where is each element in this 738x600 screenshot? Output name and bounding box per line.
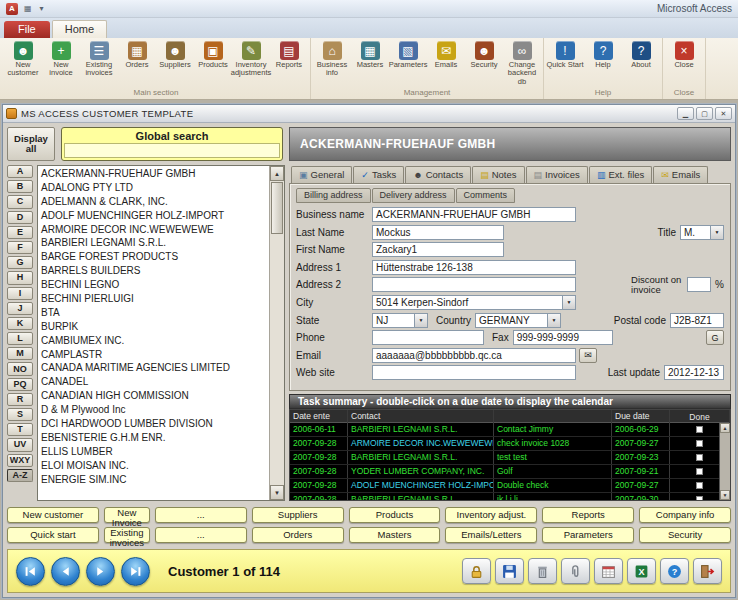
col-contact[interactable]: Contact (348, 410, 494, 423)
col-due-date[interactable]: Due date (612, 410, 670, 423)
ribbon-button[interactable]: ▦ Masters (351, 40, 389, 69)
save-icon[interactable] (495, 558, 524, 584)
customer-list-item[interactable]: CANADEL (38, 375, 269, 389)
customer-list-item[interactable]: D & M Plywood Inc (38, 403, 269, 417)
export-excel-icon[interactable]: X (627, 558, 656, 584)
customer-list-item[interactable]: ENERGIE SIM.INC (38, 473, 269, 487)
chevron-down-icon[interactable]: ▼ (547, 314, 560, 327)
customer-list-item[interactable]: CANADA MARITIME AGENCIES LIMITED (38, 361, 269, 375)
col-done[interactable]: Done (670, 410, 730, 423)
customer-list-item[interactable]: CAMPLASTR (38, 348, 269, 362)
alpha-filter-button[interactable]: L (7, 332, 33, 345)
alpha-filter-button[interactable]: C (7, 195, 33, 208)
home-tab[interactable]: Home (52, 20, 107, 38)
title-combo[interactable]: M.▼ (680, 225, 724, 240)
done-checkbox[interactable] (696, 496, 703, 501)
done-checkbox[interactable] (696, 426, 703, 433)
lock-icon[interactable] (462, 558, 491, 584)
scroll-up-icon[interactable]: ▲ (270, 166, 284, 181)
shortcut-button[interactable]: New customer (7, 507, 99, 523)
task-row[interactable]: 2007-09-28 ADOLF MUENCHINGER HOLZ-IMPORT… (290, 479, 730, 493)
task-row[interactable]: 2007-09-28 YODER LUMBER COMPANY, INC. Go… (290, 465, 730, 479)
send-email-icon[interactable]: ✉ (579, 348, 597, 363)
alpha-filter-button[interactable]: T (7, 423, 33, 436)
help-icon[interactable]: ? (660, 558, 689, 584)
scroll-down-icon[interactable]: ▼ (720, 490, 730, 500)
ribbon-button[interactable]: ? Help (584, 40, 622, 69)
qat-dropdown-icon[interactable]: ▾ (38, 4, 46, 13)
ribbon-button[interactable]: ! Quick Start (546, 40, 584, 69)
customer-list-item[interactable]: CANADIAN HIGH COMMISSION (38, 389, 269, 403)
task-grid-scrollbar[interactable]: ▲ ▼ (719, 423, 730, 500)
alpha-filter-button[interactable]: I (7, 287, 33, 300)
ribbon-button[interactable]: ✉ Emails (427, 40, 465, 69)
ribbon-button[interactable]: × Close (665, 40, 703, 69)
alpha-filter-button[interactable]: A-Z (7, 469, 33, 482)
shortcut-button[interactable]: Emails/Letters (445, 527, 537, 543)
attachment-icon[interactable] (561, 558, 590, 584)
shortcut-button[interactable]: Masters (349, 527, 441, 543)
customer-list-item[interactable]: DCI HARDWOOD LUMBER DIVISION (38, 417, 269, 431)
alpha-filter-button[interactable]: H (7, 271, 33, 284)
ribbon-button[interactable]: ⌂ Business info (313, 40, 351, 78)
customer-list-item[interactable]: BARBIERI LEGNAMI S.R.L. (38, 236, 269, 250)
shortcut-button[interactable]: New Invoice (104, 507, 150, 523)
minimize-button[interactable]: ▁ (677, 107, 694, 120)
shortcut-button[interactable]: Reports (542, 507, 634, 523)
alpha-filter-button[interactable]: WXY (7, 454, 33, 467)
address-subtab[interactable]: Comments (456, 188, 516, 203)
done-checkbox[interactable] (696, 468, 703, 475)
alpha-filter-button[interactable]: A (7, 165, 33, 178)
scroll-down-icon[interactable]: ▼ (270, 485, 284, 500)
qat-customize-icon[interactable]: ▦ (22, 4, 34, 13)
ribbon-button[interactable]: ✎ Inventory adjustments (232, 40, 270, 78)
g-button[interactable]: G (706, 330, 724, 345)
next-record-button[interactable] (86, 557, 115, 586)
customer-list-item[interactable]: ELOI MOISAN INC. (38, 459, 269, 473)
done-checkbox[interactable] (696, 440, 703, 447)
shortcut-button[interactable]: ... (155, 507, 247, 523)
alpha-filter-button[interactable]: M (7, 347, 33, 360)
web-site-field[interactable] (372, 365, 576, 380)
shortcut-button[interactable]: Security (639, 527, 731, 543)
ribbon-button[interactable]: ▣ Products (194, 40, 232, 69)
ribbon-button[interactable]: ? About (622, 40, 660, 69)
alpha-filter-button[interactable]: NO (7, 362, 33, 375)
address-subtab[interactable]: Billing address (296, 188, 371, 203)
last-record-button[interactable] (121, 557, 150, 586)
ribbon-button[interactable]: ☰ Existing invoices (80, 40, 118, 78)
customer-list-item[interactable]: BTA (38, 306, 269, 320)
shortcut-button[interactable]: Company info (639, 507, 731, 523)
customer-list-item[interactable]: BECHINI PIERLUIGI (38, 292, 269, 306)
display-all-button[interactable]: Display all (7, 127, 55, 161)
ribbon-button[interactable]: + New invoice (42, 40, 80, 78)
chevron-down-icon[interactable]: ▼ (710, 226, 723, 239)
col-date-entered[interactable]: Date ente (290, 410, 348, 423)
task-row[interactable]: 2007-09-28 ARMOIRE DECOR INC.WEWEWEWE ch… (290, 437, 730, 451)
alpha-filter-button[interactable]: PQ (7, 378, 33, 391)
customer-list-item[interactable]: ELLIS LUMBER (38, 445, 269, 459)
customer-list-item[interactable]: EBENISTERIE G.H.M ENR. (38, 431, 269, 445)
business-name-field[interactable]: ACKERMANN-FRUEHAUF GMBH (372, 207, 576, 222)
shortcut-button[interactable]: Inventory adjust. (445, 507, 537, 523)
detail-tab[interactable]: ▤ Notes (472, 166, 524, 183)
alpha-filter-button[interactable]: G (7, 256, 33, 269)
city-combo[interactable]: 5014 Kerpen-Sindorf▼ (372, 295, 576, 310)
due-date-cell[interactable]: 2006-06-29 (612, 423, 670, 436)
restore-button[interactable]: ▢ (696, 107, 713, 120)
ribbon-button[interactable]: ☻ New customer (4, 40, 42, 78)
address2-field[interactable] (372, 277, 576, 292)
detail-tab[interactable]: ☻ Contacts (405, 166, 471, 183)
address1-field[interactable]: Hüttenstrabe 126-138 (372, 260, 576, 275)
last-name-field[interactable]: Mockus (372, 225, 504, 240)
alpha-filter-button[interactable]: F (7, 241, 33, 254)
close-button[interactable]: ✕ (715, 107, 732, 120)
customer-list-item[interactable]: ADOLF MUENCHINGER HOLZ-IMPORT (38, 209, 269, 223)
alpha-filter-button[interactable]: J (7, 302, 33, 315)
previous-record-button[interactable] (51, 557, 80, 586)
customer-list-item[interactable]: CAMBIUMEX INC. (38, 334, 269, 348)
detail-tab[interactable]: ▥ Ext. files (589, 166, 652, 183)
ribbon-button[interactable]: ☻ Security (465, 40, 503, 69)
postal-code-field[interactable]: J2B-8Z1 (670, 313, 724, 328)
shortcut-button[interactable]: ... (155, 527, 247, 543)
